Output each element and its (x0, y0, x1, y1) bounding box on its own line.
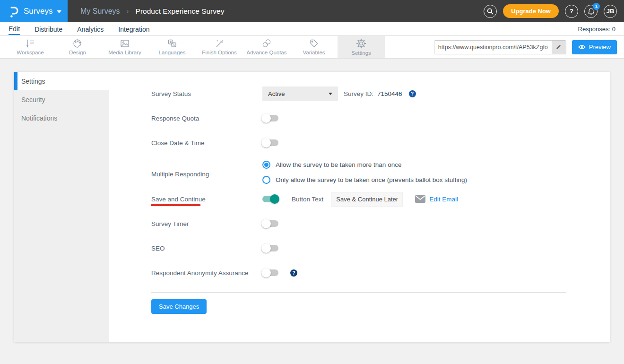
survey-url-input[interactable] (434, 41, 552, 54)
multiple-responding-row: Multiple Responding Allow the survey to … (151, 155, 610, 187)
toolbar-label: Variables (303, 50, 325, 55)
survey-timer-toggle[interactable] (262, 220, 278, 227)
toolbar-item-variables[interactable]: Variables (290, 36, 338, 58)
breadcrumb-current-survey: Product Experience Survey (136, 7, 225, 16)
chevron-down-icon (57, 10, 61, 13)
tab-integration[interactable]: Integration (118, 24, 149, 35)
toolbar-label: Settings (351, 50, 371, 56)
upgrade-now-button[interactable]: Upgrade Now (503, 4, 559, 18)
responses-count: Responses: 0 (578, 26, 624, 33)
chevron-down-icon (329, 93, 332, 95)
survey-share-url (434, 40, 566, 54)
toolbar-item-design[interactable]: Design (54, 36, 101, 58)
survey-status-dropdown[interactable]: Active (262, 87, 338, 101)
seo-label: SEO (151, 245, 262, 252)
save-and-continue-row: Save and Continue Button Text Edit Email (151, 187, 610, 211)
save-and-continue-label-text: Save and Continue (151, 196, 206, 203)
pencil-icon (555, 44, 562, 50)
seo-row: SEO (151, 236, 610, 260)
toolbar-label: Finish Options (202, 50, 237, 55)
gear-icon (356, 38, 366, 49)
response-quota-row: Response Quota (151, 106, 610, 130)
save-changes-button[interactable]: Save Changes (151, 299, 207, 314)
svg-text:A: A (173, 43, 175, 46)
radio-option-only-once[interactable]: Only allow the survey to be taken once (… (262, 176, 467, 184)
edit-toolbar: Workspace Design Media Library ✱A Langua… (0, 36, 624, 59)
close-date-time-label: Close Date & Time (151, 139, 262, 147)
seo-toggle[interactable] (262, 245, 278, 251)
toolbar-item-languages[interactable]: ✱A Languages (148, 36, 196, 58)
toolbar-item-workspace[interactable]: Workspace (7, 36, 54, 58)
toolbar-label: Design (69, 50, 86, 55)
survey-status-value: Active (268, 90, 285, 97)
edit-email-link[interactable]: Edit Email (429, 196, 458, 203)
save-and-continue-label: Save and Continue (151, 196, 262, 203)
toggle-knob (261, 243, 271, 253)
radio-unselected-icon (262, 176, 270, 184)
respondent-anonymity-help-icon[interactable]: ? (290, 269, 297, 277)
sidebar-item-notifications[interactable]: Notifications (14, 109, 109, 127)
question-mark-icon: ? (570, 8, 573, 15)
preview-button[interactable]: Preview (572, 40, 617, 54)
tab-edit[interactable]: Edit (9, 23, 20, 35)
topbar-actions: Upgrade Now ? 1 JB (484, 4, 624, 18)
toolbar-label: Languages (159, 50, 186, 55)
survey-id-label: Survey ID: (344, 90, 373, 97)
sidebar-item-label: Notifications (21, 114, 57, 122)
edit-url-button[interactable] (552, 41, 566, 54)
palette-icon (72, 39, 83, 48)
survey-timer-row: Survey Timer (151, 211, 610, 236)
button-text-label: Button Text (292, 196, 323, 203)
questionpro-logo-icon (8, 5, 19, 18)
help-button[interactable]: ? (565, 5, 578, 18)
sidebar-item-security[interactable]: Security (14, 90, 109, 109)
toggle-knob (270, 194, 279, 204)
survey-id-value: 7150446 (377, 90, 402, 97)
sidebar-item-label: Security (21, 96, 45, 104)
survey-id-help-icon[interactable]: ? (409, 90, 416, 97)
toolbar-item-finish-options[interactable]: Finish Options (196, 36, 243, 58)
tab-distribute[interactable]: Distribute (35, 24, 62, 35)
search-icon (486, 8, 494, 15)
toggle-knob (261, 219, 271, 228)
notifications-button[interactable]: 1 (584, 5, 598, 18)
top-bar: Surveys My Surveys › Product Experience … (0, 0, 624, 22)
toolbar-item-advance-quotas[interactable]: Advance Quotas (243, 36, 290, 58)
email-envelope-icon[interactable] (415, 195, 425, 203)
close-date-time-row: Close Date & Time (151, 130, 610, 155)
breadcrumb-my-surveys[interactable]: My Surveys (80, 7, 120, 16)
radio-selected-icon (262, 161, 270, 169)
user-avatar[interactable]: JB (604, 5, 617, 18)
response-quota-label: Response Quota (151, 115, 262, 122)
radio-option-allow-multiple[interactable]: Allow the survey to be taken more than o… (262, 161, 467, 169)
toggle-knob (261, 113, 271, 123)
page: Surveys My Surveys › Product Experience … (0, 0, 624, 364)
breadcrumb-separator: › (127, 7, 129, 15)
save-and-continue-toggle[interactable] (262, 196, 278, 202)
button-text-input[interactable] (331, 192, 403, 207)
content-area: Settings Security Notifications Survey S… (0, 59, 624, 364)
survey-timer-label: Survey Timer (151, 220, 262, 227)
image-icon (120, 39, 130, 48)
search-button[interactable] (484, 5, 497, 18)
notification-count-badge: 1 (593, 3, 600, 10)
toggle-knob (261, 138, 271, 147)
svg-text:✱: ✱ (169, 41, 172, 43)
survey-status-row: Survey Status Active Survey ID: 7150446 … (151, 81, 610, 106)
avatar-initials: JB (607, 8, 615, 15)
tab-analytics[interactable]: Analytics (77, 24, 104, 35)
product-switcher[interactable]: Surveys (0, 0, 68, 22)
toolbar-item-settings[interactable]: Settings (338, 36, 385, 58)
response-quota-toggle[interactable] (262, 115, 278, 121)
radio-option-label: Only allow the survey to be taken once (… (276, 176, 467, 183)
eye-icon (578, 44, 586, 50)
respondent-anonymity-toggle[interactable] (262, 269, 278, 276)
survey-status-label: Survey Status (151, 90, 262, 97)
toolbar-item-media-library[interactable]: Media Library (101, 36, 148, 58)
main-nav-tabs: Edit Distribute Analytics Integration Re… (0, 22, 624, 36)
close-date-time-toggle[interactable] (262, 139, 278, 146)
sidebar-item-settings[interactable]: Settings (14, 72, 109, 90)
multiple-responding-label: Multiple Responding (151, 167, 262, 178)
form-divider (151, 292, 566, 293)
toolbar-label: Workspace (17, 50, 43, 55)
